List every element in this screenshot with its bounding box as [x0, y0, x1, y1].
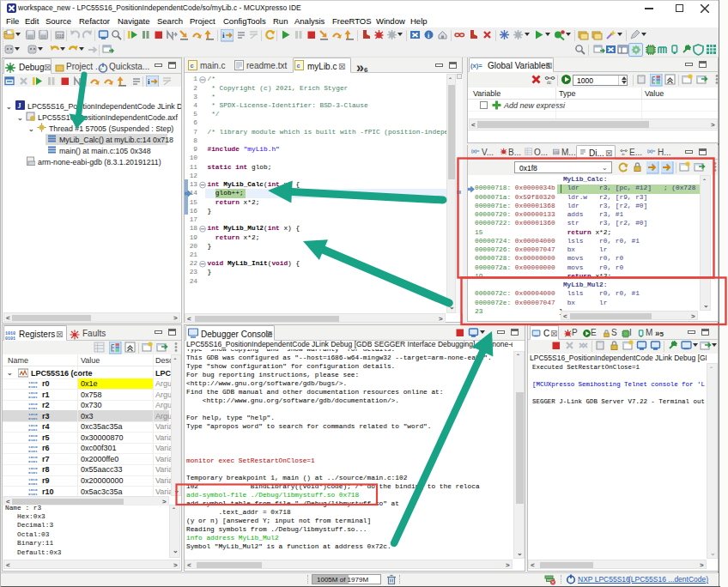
svg-text:dc: dc [547, 80, 552, 85]
svg-text:010: 010 [554, 151, 559, 154]
svg-text:1010: 1010 [28, 465, 38, 469]
svg-text:J: J [18, 102, 21, 110]
svg-text:0101: 0101 [28, 470, 38, 475]
svg-text:1010: 1010 [28, 379, 38, 384]
svg-text:0101: 0101 [28, 459, 38, 463]
svg-text:dc: dc [622, 153, 625, 156]
svg-text:0101: 0101 [28, 416, 38, 421]
svg-text:1010: 1010 [28, 444, 38, 448]
svg-text:(x)=: (x)= [647, 148, 655, 154]
svg-text:0101: 0101 [28, 438, 38, 442]
svg-text:1010: 1010 [28, 422, 38, 427]
svg-text:0101: 0101 [28, 427, 38, 432]
svg-text:1010: 1010 [28, 487, 38, 492]
svg-text:1010: 1010 [28, 433, 38, 438]
svg-text:0101: 0101 [28, 395, 38, 399]
svg-text:0101: 0101 [28, 449, 38, 453]
svg-text:0101: 0101 [28, 384, 38, 389]
svg-text:1010: 1010 [28, 401, 38, 405]
svg-text:1010: 1010 [28, 476, 38, 481]
svg-text:c: c [297, 63, 300, 70]
svg-text:010: 010 [57, 33, 64, 39]
svg-text:1010: 1010 [28, 455, 38, 459]
svg-text:c: c [191, 63, 194, 70]
svg-text:0101: 0101 [28, 406, 38, 410]
svg-text:(x)=: (x)= [470, 62, 482, 70]
svg-text:(x)=: (x)= [471, 148, 479, 154]
svg-text:1010: 1010 [28, 390, 38, 395]
svg-text:0101: 0101 [28, 481, 38, 486]
svg-text:1010: 1010 [28, 412, 38, 416]
svg-text:0101: 0101 [5, 336, 15, 341]
